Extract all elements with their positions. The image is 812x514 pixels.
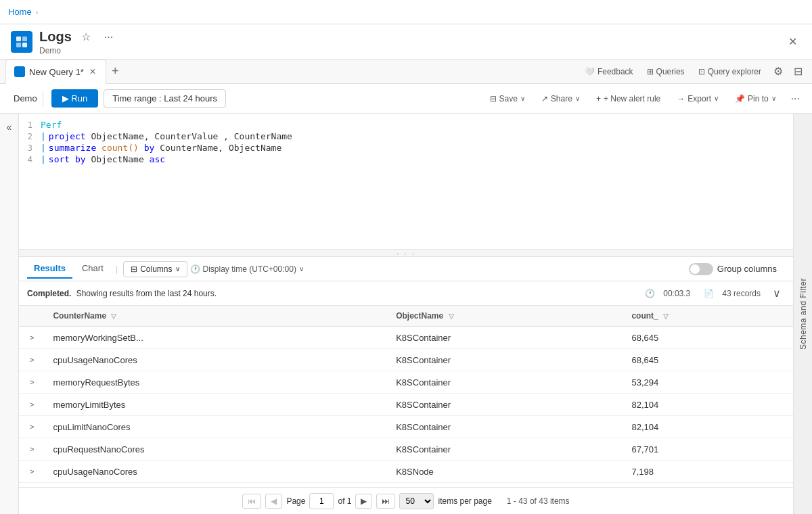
row-expand-button[interactable]: > — [27, 377, 37, 388]
status-detail-text: Showing results from the last 24 hours. — [76, 289, 217, 298]
clock-icon: 🕐 — [190, 264, 200, 274]
export-icon: → — [677, 94, 685, 103]
tab-chart[interactable]: Chart — [75, 259, 110, 279]
status-completed: Completed. Showing results from the last… — [27, 289, 217, 298]
row-expand-button[interactable]: > — [27, 354, 37, 365]
cell-objectname: K8SContainer — [388, 371, 623, 394]
svg-rect-3 — [22, 43, 27, 47]
app-subtitle: Demo — [39, 46, 784, 55]
pin-to-button[interactable]: 📌 Pin to ∨ — [729, 91, 782, 106]
new-alert-button[interactable]: + + New alert rule — [591, 91, 666, 106]
close-button[interactable]: ✕ — [784, 32, 801, 51]
tab-results[interactable]: Results — [27, 259, 72, 279]
favorite-button[interactable]: ☆ — [77, 28, 95, 46]
side-panel: « — [0, 114, 19, 514]
results-table-container[interactable]: CounterName ▽ ObjectName ▽ count_ ▽ — [19, 306, 793, 487]
table-row: > cpuLimitNanoCores K8SContainer 82,104 — [19, 416, 793, 438]
export-label: Export — [687, 94, 711, 103]
share-label: Share — [551, 94, 572, 103]
save-icon: ⊟ — [490, 94, 497, 103]
cell-count: 67,701 — [623, 438, 793, 461]
results-tab-bar: Results Chart | ⊟ Columns ∨ 🕐 Display ti… — [19, 257, 793, 281]
records-icon: 📄 — [704, 289, 714, 298]
cell-countername: cpuRequestNanoCores — [45, 438, 388, 461]
per-page-select[interactable]: 50 100 200 — [399, 493, 434, 509]
table-header-row: CounterName ▽ ObjectName ▽ count_ ▽ — [19, 306, 793, 327]
tab-close-button[interactable]: ✕ — [88, 66, 97, 78]
last-page-button[interactable]: ⏭ — [376, 494, 395, 509]
query-explorer-button[interactable]: ⊡ Query explorer — [693, 64, 767, 79]
query-tab-active[interactable]: New Query 1* ✕ — [5, 60, 106, 84]
time-taken: 00:03.3 — [663, 289, 690, 298]
home-link[interactable]: Home — [8, 7, 32, 17]
svg-rect-1 — [22, 37, 27, 41]
row-expand-button[interactable]: > — [27, 466, 37, 477]
schema-and-filter-sidebar[interactable]: Schema and Filter — [793, 114, 812, 514]
toolbar: Demo ▶ Run Time range : Last 24 hours ⊟ … — [0, 84, 812, 114]
title-bar-actions: ✕ — [784, 32, 801, 51]
time-icon: 🕐 — [645, 289, 655, 298]
collapse-toggle[interactable]: « — [4, 119, 15, 135]
of-label: of 1 — [338, 496, 351, 506]
add-tab-button[interactable]: + — [106, 62, 125, 81]
row-expand-button[interactable]: > — [27, 421, 37, 432]
cell-count: 82,104 — [623, 394, 793, 416]
row-expand-button[interactable]: > — [27, 332, 37, 343]
run-button[interactable]: ▶ Run — [51, 89, 98, 108]
share-button[interactable]: ↗ Share ∨ — [536, 91, 585, 106]
objectname-filter-icon[interactable]: ▽ — [449, 312, 454, 320]
tab-bar-actions: 🤍 Feedback ⊞ Queries ⊡ Query explorer ⚙ … — [579, 62, 812, 80]
row-expand-button[interactable]: > — [27, 444, 37, 454]
expand-col-header — [19, 306, 45, 327]
editor-area: 1 Perf 2 | project ObjectName, CounterVa… — [19, 114, 793, 514]
settings-button[interactable]: ⚙ — [769, 62, 787, 80]
save-button[interactable]: ⊟ Save ∨ — [484, 91, 531, 106]
cell-count: 68,645 — [623, 349, 793, 371]
tab-bar: New Query 1* ✕ + 🤍 Feedback ⊞ Queries ⊡ … — [0, 60, 812, 84]
tab-label: New Query 1* — [29, 67, 84, 77]
cell-countername: cpuLimitNanoCores — [45, 416, 388, 438]
save-label: Save — [499, 94, 518, 103]
time-range-button[interactable]: Time range : Last 24 hours — [104, 89, 226, 108]
more-button[interactable]: ··· — [100, 28, 117, 46]
resize-handle[interactable]: · · · — [19, 249, 793, 257]
count-filter-icon[interactable]: ▽ — [663, 312, 669, 320]
display-time-button[interactable]: 🕐 Display time (UTC+00:00) ∨ — [190, 264, 304, 274]
cell-objectname: K8SContainer — [388, 327, 623, 349]
row-expand-button[interactable]: > — [27, 399, 37, 410]
countername-filter-icon[interactable]: ▽ — [111, 312, 116, 320]
queries-label: Queries — [656, 67, 685, 76]
app-title: Logs ☆ ··· — [39, 28, 784, 46]
page-input[interactable] — [309, 493, 334, 509]
editor-line-2: 2 | project ObjectName, CounterValue , C… — [19, 131, 793, 142]
expand-results-button[interactable]: ∨ — [769, 285, 785, 301]
table-row: > cpuUsageNanoCores K8SContainer 68,645 — [19, 349, 793, 371]
page-label: Page — [286, 496, 305, 506]
feedback-button[interactable]: 🤍 Feedback — [579, 64, 639, 79]
table-row: > memoryWorkingSetB... K8SContainer 68,6… — [19, 327, 793, 349]
prev-page-button[interactable]: ◀ — [265, 494, 282, 509]
cell-countername: memoryRequestBytes — [45, 371, 388, 394]
grid-icon: ⊞ — [647, 67, 654, 76]
items-per-page-label: items per page — [438, 496, 491, 506]
export-button[interactable]: → Export ∨ — [671, 91, 724, 106]
status-meta: 🕐 00:03.3 📄 43 records ∨ — [645, 285, 785, 301]
pin-to-label: Pin to — [748, 94, 769, 103]
group-columns-toggle[interactable] — [689, 263, 713, 275]
first-page-button[interactable]: ⏮ — [242, 494, 261, 509]
cell-count: 68,645 — [623, 327, 793, 349]
columns-button[interactable]: ⊟ Columns ∨ — [123, 261, 187, 277]
columns-chevron: ∨ — [175, 265, 180, 273]
feedback-label: Feedback — [597, 67, 633, 76]
next-page-button[interactable]: ▶ — [355, 494, 372, 509]
app-logo — [11, 31, 32, 53]
table-row: > cpuUsageNanoCores K8SNode 7,198 — [19, 461, 793, 483]
query-editor[interactable]: 1 Perf 2 | project ObjectName, CounterVa… — [19, 114, 793, 249]
queries-button[interactable]: ⊞ Queries — [641, 64, 690, 79]
new-alert-label: + New alert rule — [604, 94, 660, 103]
toolbar-more-button[interactable]: ··· — [787, 90, 804, 108]
time-chevron: ∨ — [299, 265, 304, 273]
columns-label: Columns — [140, 264, 172, 274]
results-area: Results Chart | ⊟ Columns ∨ 🕐 Display ti… — [19, 257, 793, 514]
layout-button[interactable]: ⊟ — [790, 62, 807, 80]
